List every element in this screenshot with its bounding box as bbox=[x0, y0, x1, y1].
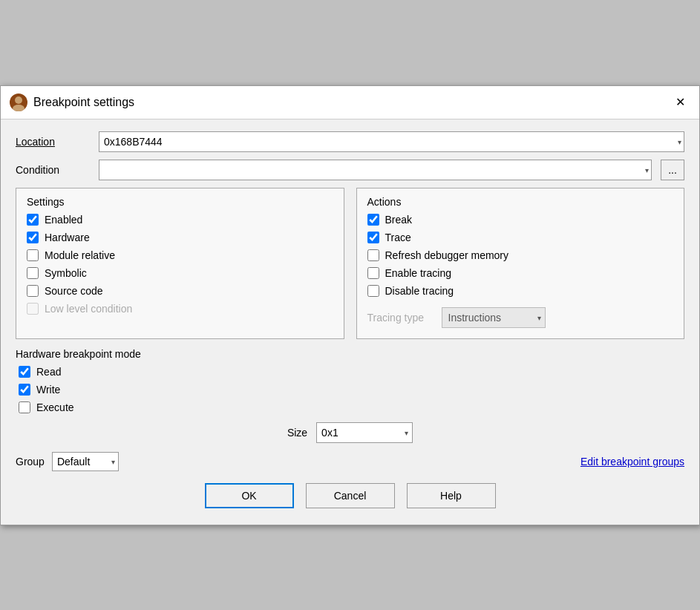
settings-panel: Settings Enabled Hardware Module relativ… bbox=[16, 188, 344, 339]
location-select-wrapper: 0x168B7444 ▾ bbox=[99, 131, 684, 152]
symbolic-label[interactable]: Symbolic bbox=[45, 267, 87, 279]
checkbox-write: Write bbox=[19, 384, 684, 396]
panels-row: Settings Enabled Hardware Module relativ… bbox=[16, 188, 684, 339]
disable-tracing-label[interactable]: Disable tracing bbox=[385, 285, 454, 297]
condition-select[interactable] bbox=[99, 160, 652, 180]
dialog-title: Breakpoint settings bbox=[33, 96, 134, 109]
enabled-label[interactable]: Enabled bbox=[45, 214, 82, 226]
module-relative-label[interactable]: Module relative bbox=[45, 249, 115, 261]
checkbox-trace: Trace bbox=[367, 232, 674, 243]
tracing-type-label: Tracing type bbox=[367, 312, 434, 324]
dialog-body: Location 0x168B7444 ▾ Condition ▾ ... bbox=[1, 119, 699, 525]
svg-point-1 bbox=[13, 105, 24, 111]
write-label[interactable]: Write bbox=[36, 384, 60, 396]
symbolic-checkbox[interactable] bbox=[27, 267, 39, 279]
checkbox-disable-tracing: Disable tracing bbox=[367, 285, 674, 297]
execute-label[interactable]: Execute bbox=[36, 401, 74, 413]
actions-panel: Actions Break Trace Refresh debugger mem… bbox=[356, 188, 685, 339]
disable-tracing-checkbox[interactable] bbox=[367, 285, 379, 297]
group-label: Group bbox=[16, 456, 45, 468]
hw-breakpoint-section: Hardware breakpoint mode Read Write Exec… bbox=[16, 348, 684, 413]
group-left: Group Default ▾ bbox=[16, 452, 119, 471]
help-button[interactable]: Help bbox=[407, 483, 496, 508]
close-button[interactable]: ✕ bbox=[670, 92, 690, 113]
size-select-wrapper: 0x1 0x2 0x4 0x8 ▾ bbox=[316, 422, 413, 443]
checkbox-enable-tracing: Enable tracing bbox=[367, 267, 674, 279]
checkbox-execute: Execute bbox=[19, 401, 684, 413]
settings-title: Settings bbox=[27, 196, 333, 208]
trace-label[interactable]: Trace bbox=[385, 232, 411, 243]
refresh-label[interactable]: Refresh debugger memory bbox=[385, 249, 509, 261]
checkbox-symbolic: Symbolic bbox=[27, 267, 333, 279]
checkbox-hardware: Hardware bbox=[27, 232, 333, 243]
tracing-type-row: Tracing type Instructions Basic blocks F… bbox=[367, 304, 674, 328]
module-relative-checkbox[interactable] bbox=[27, 249, 39, 261]
svg-point-0 bbox=[15, 96, 22, 104]
size-select[interactable]: 0x1 0x2 0x4 0x8 bbox=[316, 422, 413, 443]
read-label[interactable]: Read bbox=[36, 366, 61, 378]
checkbox-read: Read bbox=[19, 366, 684, 378]
condition-label: Condition bbox=[16, 164, 90, 176]
refresh-checkbox[interactable] bbox=[367, 249, 379, 261]
enable-tracing-checkbox[interactable] bbox=[367, 267, 379, 279]
enable-tracing-label[interactable]: Enable tracing bbox=[385, 267, 452, 279]
location-row: Location 0x168B7444 ▾ bbox=[16, 131, 684, 152]
button-row: OK Cancel Help bbox=[16, 483, 684, 513]
break-checkbox[interactable] bbox=[367, 214, 379, 226]
title-bar-left: Breakpoint settings bbox=[10, 94, 134, 111]
execute-checkbox[interactable] bbox=[19, 401, 30, 413]
hardware-label[interactable]: Hardware bbox=[45, 232, 90, 243]
ok-button[interactable]: OK bbox=[205, 483, 294, 508]
condition-row: Condition ▾ ... bbox=[16, 160, 684, 180]
enabled-checkbox[interactable] bbox=[27, 214, 39, 226]
checkbox-low-level: Low level condition bbox=[27, 303, 333, 315]
tracing-type-select-wrapper: Instructions Basic blocks Functions ▾ bbox=[442, 307, 546, 328]
actions-title: Actions bbox=[367, 196, 674, 208]
app-icon bbox=[10, 94, 27, 111]
dialog: Breakpoint settings ✕ Location 0x168B744… bbox=[0, 85, 700, 525]
cancel-button[interactable]: Cancel bbox=[306, 483, 395, 508]
location-label: Location bbox=[16, 136, 90, 148]
checkbox-enabled: Enabled bbox=[27, 214, 333, 226]
group-select-wrapper: Default ▾ bbox=[52, 452, 119, 471]
trace-checkbox[interactable] bbox=[367, 232, 379, 243]
checkbox-module-relative: Module relative bbox=[27, 249, 333, 261]
size-row: Size 0x1 0x2 0x4 0x8 ▾ bbox=[16, 422, 684, 443]
edit-breakpoint-groups-link[interactable]: Edit breakpoint groups bbox=[580, 456, 684, 468]
low-level-checkbox bbox=[27, 303, 39, 315]
read-checkbox[interactable] bbox=[19, 366, 30, 378]
tracing-type-select[interactable]: Instructions Basic blocks Functions bbox=[442, 307, 546, 328]
source-code-label[interactable]: Source code bbox=[45, 285, 103, 297]
size-label: Size bbox=[287, 427, 307, 439]
hardware-checkbox[interactable] bbox=[27, 232, 39, 243]
bottom-row: Group Default ▾ Edit breakpoint groups bbox=[16, 452, 684, 471]
checkbox-break: Break bbox=[367, 214, 674, 226]
write-checkbox[interactable] bbox=[19, 384, 30, 396]
break-label[interactable]: Break bbox=[385, 214, 413, 226]
hw-breakpoint-title: Hardware breakpoint mode bbox=[16, 348, 684, 360]
condition-select-wrapper: ▾ bbox=[99, 160, 652, 180]
source-code-checkbox[interactable] bbox=[27, 285, 39, 297]
group-select[interactable]: Default bbox=[52, 452, 119, 471]
checkbox-refresh: Refresh debugger memory bbox=[367, 249, 674, 261]
checkbox-source-code: Source code bbox=[27, 285, 333, 297]
hw-checkboxes: Read Write Execute bbox=[16, 366, 684, 413]
low-level-label: Low level condition bbox=[45, 303, 132, 315]
location-select[interactable]: 0x168B7444 bbox=[99, 131, 684, 152]
ellipsis-button[interactable]: ... bbox=[661, 160, 684, 180]
title-bar: Breakpoint settings ✕ bbox=[1, 86, 699, 119]
